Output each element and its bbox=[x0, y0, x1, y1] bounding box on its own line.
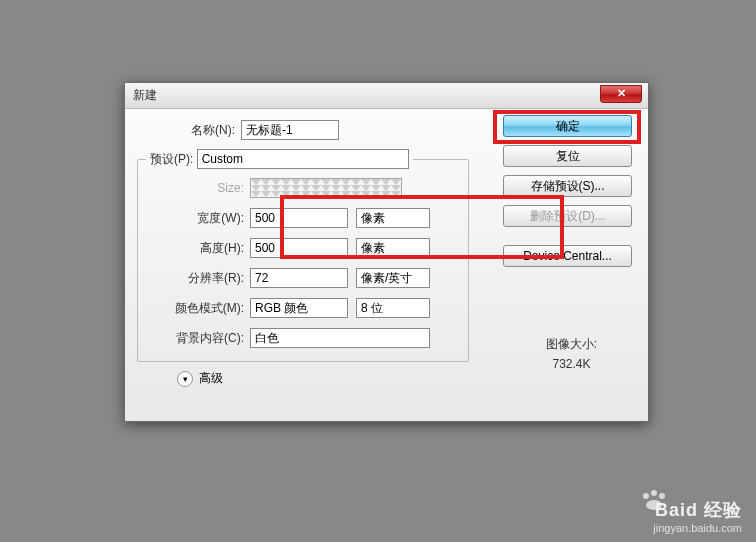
watermark-brand: Baid 经验 bbox=[653, 498, 742, 522]
image-size-value: 732.4K bbox=[507, 354, 636, 374]
dialog-title: 新建 bbox=[133, 87, 600, 104]
size-select bbox=[250, 178, 402, 198]
background-label: 背景内容(C): bbox=[146, 330, 250, 347]
delete-preset-button: 删除预设(D)... bbox=[503, 205, 632, 227]
device-central-button[interactable]: Device Central... bbox=[503, 245, 632, 267]
preset-select[interactable]: Custom bbox=[197, 149, 409, 169]
resolution-input[interactable] bbox=[250, 268, 348, 288]
svg-point-0 bbox=[643, 493, 649, 499]
watermark: Baid 经验 jingyan.baidu.com bbox=[653, 498, 742, 534]
height-label: 高度(H): bbox=[146, 240, 250, 257]
reset-button[interactable]: 复位 bbox=[503, 145, 632, 167]
watermark-sub: jingyan.baidu.com bbox=[653, 522, 742, 534]
save-preset-button[interactable]: 存储预设(S)... bbox=[503, 175, 632, 197]
close-button[interactable]: ✕ bbox=[600, 85, 642, 103]
image-size-block: 图像大小: 732.4K bbox=[507, 334, 636, 375]
preset-label: 预设(P): bbox=[150, 152, 193, 166]
name-label: 名称(N): bbox=[137, 122, 241, 139]
ok-button[interactable]: 确定 bbox=[503, 115, 632, 137]
width-input[interactable] bbox=[250, 208, 348, 228]
height-unit-select[interactable]: 像素 bbox=[356, 238, 430, 258]
width-label: 宽度(W): bbox=[146, 210, 250, 227]
advanced-label: 高级 bbox=[199, 370, 223, 387]
colordepth-select[interactable]: 8 位 bbox=[356, 298, 430, 318]
colormode-select[interactable]: RGB 颜色 bbox=[250, 298, 348, 318]
image-size-label: 图像大小: bbox=[507, 334, 636, 354]
name-input[interactable] bbox=[241, 120, 339, 140]
resolution-unit-select[interactable]: 像素/英寸 bbox=[356, 268, 430, 288]
titlebar[interactable]: 新建 ✕ bbox=[125, 83, 648, 109]
side-buttons: 确定 复位 存储预设(S)... 删除预设(D)... Device Centr… bbox=[503, 115, 636, 275]
height-input[interactable] bbox=[250, 238, 348, 258]
dialog-body: 名称(N): 预设(P): Custom Size: 宽度(W): 像素 bbox=[125, 109, 648, 421]
resolution-label: 分辨率(R): bbox=[146, 270, 250, 287]
svg-point-1 bbox=[651, 490, 657, 496]
size-label: Size: bbox=[146, 181, 250, 195]
new-document-dialog: 新建 ✕ 名称(N): 预设(P): Custom Size: 宽度(W): bbox=[124, 82, 649, 422]
chevron-down-icon: ▾ bbox=[177, 371, 193, 387]
colormode-label: 颜色模式(M): bbox=[146, 300, 250, 317]
close-icon: ✕ bbox=[617, 87, 626, 100]
background-select[interactable]: 白色 bbox=[250, 328, 430, 348]
preset-fieldset: 预设(P): Custom Size: 宽度(W): 像素 高度(H): bbox=[137, 149, 469, 362]
width-unit-select[interactable]: 像素 bbox=[356, 208, 430, 228]
